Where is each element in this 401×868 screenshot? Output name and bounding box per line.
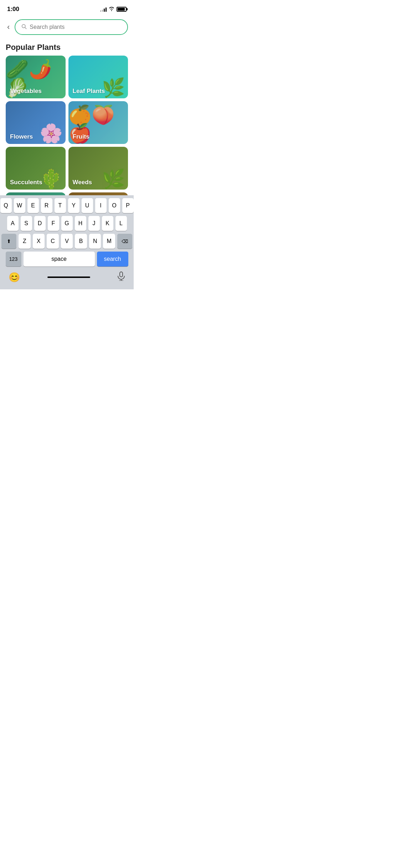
key-h[interactable]: H bbox=[75, 216, 86, 231]
key-g[interactable]: G bbox=[61, 216, 73, 231]
key-q[interactable]: Q bbox=[0, 198, 12, 213]
key-l[interactable]: L bbox=[115, 216, 127, 231]
key-d[interactable]: D bbox=[34, 216, 46, 231]
search-input-wrapper[interactable] bbox=[15, 19, 128, 35]
shift-key[interactable]: ⬆ bbox=[1, 234, 16, 249]
plant-card-succulents[interactable]: 🌵 Succulents bbox=[6, 147, 66, 190]
space-key[interactable]: space bbox=[24, 252, 95, 267]
delete-key[interactable]: ⌫ bbox=[117, 234, 132, 249]
flowers-label: Flowers bbox=[6, 130, 37, 144]
key-p[interactable]: P bbox=[122, 198, 134, 213]
weeds-label: Weeds bbox=[68, 175, 97, 190]
key-s[interactable]: S bbox=[21, 216, 32, 231]
keyboard-row-2: A S D F G H J K L bbox=[1, 216, 132, 231]
keyboard-row-4: 123 space search bbox=[1, 252, 132, 267]
plant-card-weeds[interactable]: 🌿 Weeds bbox=[68, 147, 128, 190]
key-b[interactable]: B bbox=[75, 234, 87, 249]
search-area: ‹ bbox=[0, 16, 134, 38]
status-bar: 1:00 bbox=[0, 0, 134, 16]
weeds-art: 🌿 bbox=[102, 170, 125, 188]
keyboard-bottom-bar: 😊 bbox=[1, 269, 132, 288]
svg-rect-2 bbox=[120, 272, 123, 277]
plant-card-vegetables[interactable]: 🥒🌶️🥬 Vegetables bbox=[6, 56, 66, 98]
key-v[interactable]: V bbox=[61, 234, 73, 249]
back-button[interactable]: ‹ bbox=[6, 21, 11, 33]
key-i[interactable]: I bbox=[95, 198, 107, 213]
key-m[interactable]: M bbox=[103, 234, 115, 249]
key-t[interactable]: T bbox=[55, 198, 66, 213]
search-key[interactable]: search bbox=[97, 252, 128, 267]
emoji-button[interactable]: 😊 bbox=[9, 272, 20, 283]
flowers-art: 🌸 bbox=[40, 124, 63, 143]
key-k[interactable]: K bbox=[102, 216, 113, 231]
keyboard-row-3: ⬆ Z X C V B N M ⌫ bbox=[1, 234, 132, 249]
status-icons bbox=[100, 6, 127, 12]
fruits-label: Fruits bbox=[68, 130, 94, 144]
section-title: Popular Plants bbox=[0, 38, 134, 56]
key-j[interactable]: J bbox=[88, 216, 100, 231]
status-time: 1:00 bbox=[7, 6, 19, 13]
search-input[interactable] bbox=[30, 24, 122, 30]
key-w[interactable]: W bbox=[14, 198, 25, 213]
svg-line-1 bbox=[25, 27, 26, 29]
key-y[interactable]: Y bbox=[68, 198, 79, 213]
key-n[interactable]: N bbox=[89, 234, 101, 249]
microphone-button[interactable] bbox=[117, 272, 125, 283]
key-r[interactable]: R bbox=[41, 198, 52, 213]
search-icon bbox=[21, 24, 27, 31]
key-f[interactable]: F bbox=[48, 216, 59, 231]
vegetables-label: Vegetables bbox=[6, 84, 46, 98]
key-o[interactable]: O bbox=[109, 198, 120, 213]
wifi-icon bbox=[109, 6, 114, 12]
numbers-key[interactable]: 123 bbox=[6, 252, 21, 267]
key-e[interactable]: E bbox=[27, 198, 39, 213]
plant-card-fruits[interactable]: 🍊🍑🍎 Fruits bbox=[68, 101, 128, 144]
succulents-label: Succulents bbox=[6, 175, 47, 190]
home-indicator bbox=[47, 277, 90, 278]
key-u[interactable]: U bbox=[82, 198, 93, 213]
keyboard: Q W E R T Y U I O P A S D F G H J K L ⬆ … bbox=[0, 195, 134, 289]
key-c[interactable]: C bbox=[47, 234, 59, 249]
battery-icon bbox=[117, 7, 127, 12]
key-z[interactable]: Z bbox=[19, 234, 31, 249]
key-x[interactable]: X bbox=[33, 234, 45, 249]
keyboard-row-1: Q W E R T Y U I O P bbox=[1, 198, 132, 213]
key-a[interactable]: A bbox=[7, 216, 19, 231]
leaf-plants-label: Leaf Plants bbox=[68, 84, 109, 98]
plant-card-flowers[interactable]: 🌸 Flowers bbox=[6, 101, 66, 144]
plant-card-leaf-plants[interactable]: 🌿 Leaf Plants bbox=[68, 56, 128, 98]
signal-icon bbox=[100, 7, 107, 12]
